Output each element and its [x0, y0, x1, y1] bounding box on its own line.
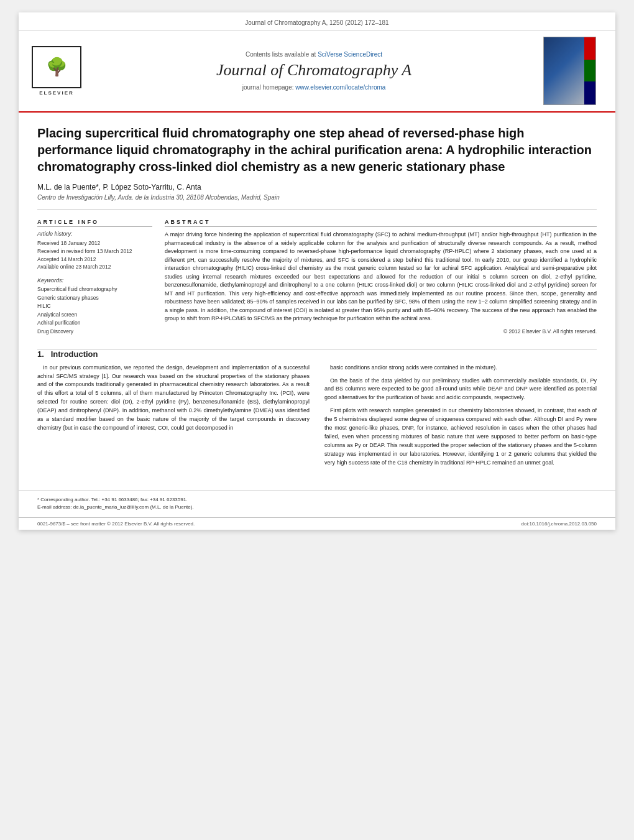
journal-cover-image	[543, 37, 596, 105]
keywords-label: Keywords:	[37, 277, 152, 284]
page: Journal of Chromatography A, 1250 (2012)…	[19, 12, 615, 530]
top-bar: Journal of Chromatography A, 1250 (2012)…	[19, 12, 615, 30]
keyword-3: HILIC	[37, 302, 152, 311]
abstract-header: ABSTRACT	[165, 219, 597, 227]
journal-reference: Journal of Chromatography A, 1250 (2012)…	[245, 19, 388, 26]
intro-col-1: In our previous communication, we report…	[37, 364, 310, 472]
elsevier-logo: 🌳 ELSEVIER	[29, 37, 85, 105]
elsevier-brand: ELSEVIER	[39, 90, 74, 96]
divider-1	[37, 210, 597, 210]
article-info-col: ARTICLE INFO Article history: Received 1…	[37, 219, 152, 336]
available-online-date: Available online 23 March 2012	[37, 263, 152, 271]
intro-col-2: basic conditions and/or strong acids wer…	[324, 364, 597, 472]
accepted-date: Accepted 14 March 2012	[37, 256, 152, 264]
footer-bar: 0021-9673/$ – see front matter © 2012 El…	[19, 517, 615, 530]
introduction-section: 1. Introduction In our previous communic…	[19, 349, 615, 484]
abstract-text: A major driving force hindering the appl…	[165, 231, 597, 323]
cover-stripe	[584, 37, 595, 104]
journal-title: Journal of Chromatography A	[216, 60, 411, 80]
abstract-col: ABSTRACT A major driving force hindering…	[165, 219, 597, 336]
intro-col2-text: basic conditions and/or strong acids wer…	[324, 364, 597, 468]
keyword-1: Supercritical fluid chromatography	[37, 285, 152, 294]
sciverse-text: Contents lists available at SciVerse Sci…	[246, 51, 382, 58]
intro-para-4: First pilots with research samples gener…	[324, 407, 597, 468]
footnote-section: * Corresponding author. Tel.: +34 91 663…	[19, 491, 615, 517]
footer-issn: 0021-9673/$ – see front matter © 2012 El…	[37, 521, 195, 527]
sciverse-link[interactable]: SciVerse ScienceDirect	[318, 51, 382, 58]
article-content: Placing supercritical fluid chromatograp…	[19, 113, 615, 349]
elsevier-logo-box: 🌳	[32, 46, 81, 88]
tree-icon: 🌳	[46, 58, 68, 76]
article-title: Placing supercritical fluid chromatograp…	[37, 125, 597, 175]
copyright: © 2012 Elsevier B.V. All rights reserved…	[165, 328, 597, 335]
footer-doi: doi:10.1016/j.chroma.2012.03.050	[521, 521, 597, 527]
footnote-email: E-mail address: de.la_puente_maria_luz@l…	[37, 504, 597, 511]
header-right	[543, 37, 605, 105]
intro-title: 1. Introduction	[37, 349, 597, 359]
contents-label: Contents lists available at	[246, 51, 316, 58]
stripe-red	[584, 37, 595, 60]
intro-columns: In our previous communication, we report…	[37, 364, 597, 472]
intro-para-1: In our previous communication, we report…	[37, 364, 310, 433]
article-info-abstract: ARTICLE INFO Article history: Received 1…	[37, 219, 597, 336]
intro-para-3: On the basis of the data yielded by our …	[324, 377, 597, 403]
article-history-label: Article history:	[37, 231, 152, 237]
received-date: Received 18 January 2012	[37, 239, 152, 247]
article-info-header: ARTICLE INFO	[37, 219, 152, 227]
affiliation: Centro de Investigación Lilly, Avda. de …	[37, 194, 597, 201]
authors: M.L. de la Puente*, P. López Soto-Yarrit…	[37, 183, 597, 192]
homepage-label: journal homepage:	[242, 84, 294, 91]
stripe-green	[584, 60, 595, 82]
keywords-section: Keywords: Supercritical fluid chromatogr…	[37, 277, 152, 336]
stripe-blue	[584, 81, 595, 104]
keyword-5: Achiral purification	[37, 319, 152, 328]
header-center: Contents lists available at SciVerse Sci…	[91, 37, 537, 105]
homepage-link[interactable]: www.elsevier.com/locate/chroma	[295, 84, 385, 91]
intro-label: Introduction	[51, 349, 98, 359]
keyword-4: Analytical screen	[37, 311, 152, 320]
keyword-2: Generic stationary phases	[37, 294, 152, 303]
keyword-6: Drug Discovery	[37, 328, 152, 336]
journal-homepage: journal homepage: www.elsevier.com/locat…	[242, 84, 386, 91]
header-section: 🌳 ELSEVIER Contents lists available at S…	[19, 30, 615, 113]
received-revised-date: Received in revised form 13 March 2012	[37, 247, 152, 256]
intro-num: 1.	[37, 349, 44, 359]
footnote-corresponding: * Corresponding author. Tel.: +34 91 663…	[37, 496, 597, 504]
intro-col1-text: In our previous communication, we report…	[37, 364, 310, 433]
intro-para-2: basic conditions and/or strong acids wer…	[324, 364, 597, 372]
